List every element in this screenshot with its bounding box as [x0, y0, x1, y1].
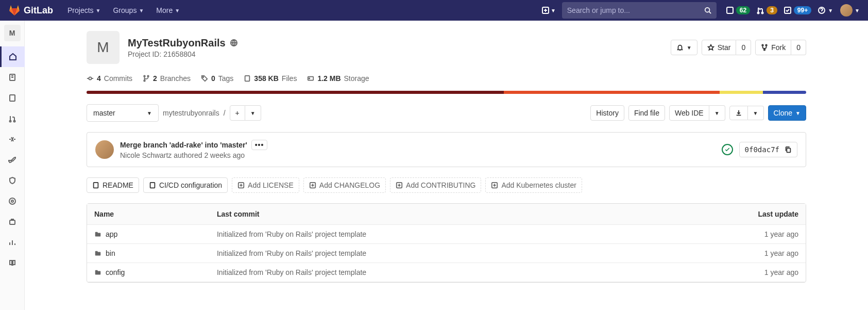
file-last-commit[interactable]: Initialized from 'Ruby on Rails' project…	[210, 225, 656, 244]
add-changelog-button[interactable]: Add CHANGELOG	[303, 177, 386, 193]
commit-author-name[interactable]: Nicole Schwartz	[120, 151, 172, 159]
add-contributing-button[interactable]: Add CONTRIBUTING	[390, 177, 481, 193]
chevron-down-icon: ▼	[139, 8, 144, 13]
fork-count[interactable]: 0	[791, 40, 806, 55]
chevron-down-icon: ▼	[828, 8, 833, 13]
tags-stat[interactable]: 0Tags	[201, 74, 233, 83]
clone-button[interactable]: Clone ▼	[768, 105, 807, 121]
file-last-commit[interactable]: Initialized from 'Ruby on Rails' project…	[210, 244, 656, 263]
project-header: M MyTestRubyonRails Project ID: 21658804…	[87, 31, 806, 64]
merge-requests-link[interactable]: 3	[756, 6, 777, 14]
lang-segment	[763, 91, 806, 94]
doc-icon	[149, 182, 156, 189]
issues-link[interactable]: 62	[726, 6, 750, 14]
sidebar-project-overview[interactable]	[0, 46, 25, 67]
svg-point-18	[89, 77, 91, 79]
sidebar-operations[interactable]	[0, 191, 25, 211]
commit-author-avatar[interactable]	[95, 140, 114, 159]
svg-point-19	[144, 75, 145, 77]
breadcrumb-root[interactable]: mytestrubyonrails	[163, 109, 219, 117]
user-avatar[interactable]	[840, 4, 853, 17]
issues-icon	[726, 6, 734, 14]
lang-segment	[720, 91, 763, 94]
nav-projects[interactable]: Projects▼	[61, 6, 107, 14]
bell-icon	[676, 44, 684, 51]
new-dropdown[interactable]: ▼	[541, 6, 556, 14]
global-search[interactable]	[562, 2, 717, 19]
chevron-down-icon: ▼	[175, 8, 180, 13]
lang-segment	[87, 91, 504, 94]
svg-rect-27	[94, 183, 98, 188]
web-ide-dropdown[interactable]: ▼	[709, 105, 725, 121]
commit-description-toggle[interactable]: •••	[251, 140, 268, 150]
sidebar-repository[interactable]	[0, 67, 25, 88]
download-icon	[735, 109, 742, 117]
search-input[interactable]	[567, 6, 704, 14]
plus-square-icon	[237, 182, 245, 189]
gitlab-logo[interactable]: GitLab	[8, 4, 53, 17]
merge-request-icon	[756, 6, 764, 14]
sidebar-cicd-rocket[interactable]	[0, 150, 25, 170]
sidebar-ci-cd[interactable]	[0, 129, 25, 150]
star-count[interactable]: 0	[736, 40, 751, 55]
sidebar-wiki[interactable]	[0, 253, 25, 273]
svg-point-12	[11, 200, 13, 202]
plus-box-icon	[541, 6, 550, 14]
add-kubernetes-button[interactable]: Add Kubernetes cluster	[485, 177, 582, 193]
fork-button[interactable]: Fork	[755, 40, 791, 55]
file-last-update: 1 year ago	[656, 244, 806, 263]
issues-badge: 62	[736, 6, 750, 14]
cicd-config-link[interactable]: CI/CD configuration	[143, 177, 228, 193]
svg-point-21	[144, 80, 145, 81]
chevron-down-icon: ▼	[687, 45, 692, 51]
nav-more[interactable]: More▼	[150, 6, 186, 14]
nav-groups[interactable]: Groups▼	[107, 6, 150, 14]
table-row[interactable]: configInitialized from 'Ruby on Rails' p…	[87, 263, 806, 282]
table-row[interactable]: appInitialized from 'Ruby on Rails' proj…	[87, 225, 806, 244]
file-last-commit[interactable]: Initialized from 'Ruby on Rails' project…	[210, 263, 656, 282]
help-link[interactable]: ▼	[818, 6, 833, 14]
history-button[interactable]: History	[590, 105, 624, 121]
find-file-button[interactable]: Find file	[628, 105, 665, 121]
readme-link[interactable]: README	[87, 177, 139, 193]
copy-icon[interactable]	[785, 146, 792, 153]
commit-sha[interactable]: 0f0dac7f	[745, 145, 779, 154]
chevron-down-icon: ▼	[96, 8, 101, 13]
notifications-dropdown[interactable]: ▼	[671, 40, 697, 55]
brand-text: GitLab	[24, 5, 53, 16]
add-to-tree-dropdown[interactable]: ▼	[245, 105, 261, 121]
download-button[interactable]	[729, 106, 748, 120]
svg-point-15	[762, 44, 763, 46]
download-dropdown[interactable]: ▼	[748, 106, 764, 120]
disk-icon	[307, 75, 314, 82]
col-last-update: Last update	[656, 204, 806, 225]
svg-rect-23	[245, 76, 250, 81]
star-button[interactable]: Star	[702, 40, 737, 55]
add-to-tree-button[interactable]: +	[230, 105, 245, 121]
sidebar-issues[interactable]	[0, 88, 25, 108]
todos-link[interactable]: 99+	[784, 6, 811, 14]
branch-selector[interactable]: master▼	[87, 104, 159, 122]
web-ide-button[interactable]: Web IDE	[669, 105, 709, 121]
add-license-button[interactable]: Add LICENSE	[232, 177, 299, 193]
language-bar[interactable]	[87, 91, 806, 94]
tag-icon	[201, 75, 208, 82]
svg-point-20	[147, 75, 149, 77]
branches-stat[interactable]: 2Branches	[143, 74, 191, 83]
files-stat[interactable]: 358 KBFiles	[244, 74, 297, 83]
sidebar-analytics[interactable]	[0, 232, 25, 253]
sidebar-packages[interactable]	[0, 211, 25, 232]
star-icon	[707, 44, 714, 51]
storage-stat[interactable]: 1.2 MBStorage	[307, 74, 369, 83]
project-avatar-mini[interactable]: M	[4, 25, 21, 41]
table-row[interactable]: binInitialized from 'Ruby on Rails' proj…	[87, 244, 806, 263]
sidebar-merge-requests[interactable]	[0, 108, 25, 129]
commits-stat[interactable]: 4Commits	[87, 74, 132, 83]
plus-icon: +	[235, 109, 240, 117]
breadcrumb-separator: /	[224, 109, 226, 117]
search-icon	[704, 7, 711, 14]
commit-message[interactable]: Merge branch 'add-rake' into 'master'	[120, 141, 247, 149]
pipeline-status-passed[interactable]	[722, 144, 733, 155]
sidebar-security[interactable]	[0, 170, 25, 191]
folder-icon	[94, 231, 101, 238]
